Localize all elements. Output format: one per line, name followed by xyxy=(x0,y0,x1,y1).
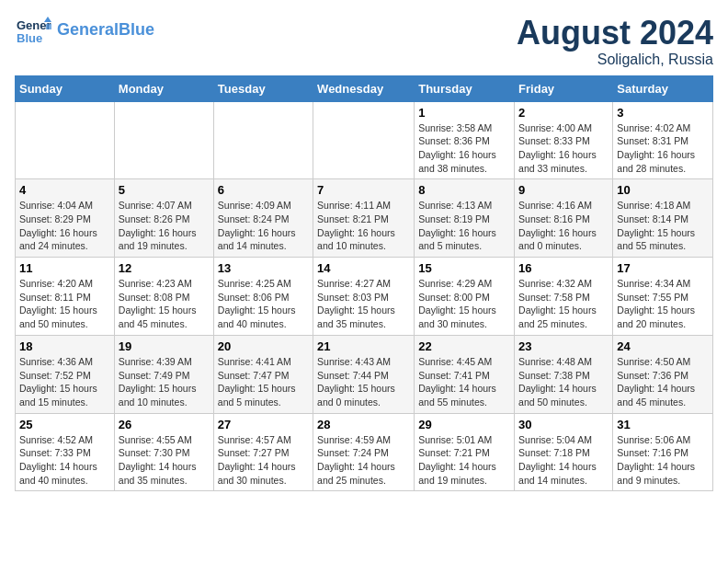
day-info: Sunrise: 4:18 AM Sunset: 8:14 PM Dayligh… xyxy=(617,199,709,253)
calendar-week-row: 11Sunrise: 4:20 AM Sunset: 8:11 PM Dayli… xyxy=(16,258,713,336)
calendar-cell: 23Sunrise: 4:48 AM Sunset: 7:38 PM Dayli… xyxy=(515,335,613,413)
page-header: General Blue GeneralBlue August 2024 Sol… xyxy=(15,15,713,68)
calendar-subtitle: Soligalich, Russia xyxy=(517,52,713,68)
day-number: 7 xyxy=(317,183,410,197)
day-info: Sunrise: 4:59 AM Sunset: 7:24 PM Dayligh… xyxy=(317,433,410,488)
day-number: 22 xyxy=(418,339,510,353)
calendar-cell: 15Sunrise: 4:29 AM Sunset: 8:00 PM Dayli… xyxy=(415,258,515,336)
day-number: 23 xyxy=(518,339,609,353)
logo: General Blue GeneralBlue xyxy=(15,15,154,46)
day-number: 16 xyxy=(518,261,609,275)
weekday-header-monday: Monday xyxy=(114,75,213,101)
day-number: 24 xyxy=(617,339,709,353)
calendar-cell: 8Sunrise: 4:13 AM Sunset: 8:19 PM Daylig… xyxy=(415,179,515,258)
calendar-cell: 1Sunrise: 3:58 AM Sunset: 8:36 PM Daylig… xyxy=(415,101,515,179)
day-number: 27 xyxy=(218,418,309,431)
calendar-week-row: 1Sunrise: 3:58 AM Sunset: 8:36 PM Daylig… xyxy=(16,101,713,179)
day-number: 5 xyxy=(119,183,210,197)
calendar-cell: 18Sunrise: 4:36 AM Sunset: 7:52 PM Dayli… xyxy=(16,335,115,413)
weekday-header-friday: Friday xyxy=(515,75,613,101)
day-info: Sunrise: 4:39 AM Sunset: 7:49 PM Dayligh… xyxy=(119,355,210,409)
calendar-cell: 13Sunrise: 4:25 AM Sunset: 8:06 PM Dayli… xyxy=(213,258,313,336)
day-number: 11 xyxy=(19,261,110,275)
day-number: 12 xyxy=(119,261,210,275)
calendar-table: SundayMondayTuesdayWednesdayThursdayFrid… xyxy=(15,75,713,492)
day-info: Sunrise: 4:11 AM Sunset: 8:21 PM Dayligh… xyxy=(317,199,410,253)
calendar-cell: 16Sunrise: 4:32 AM Sunset: 7:58 PM Dayli… xyxy=(515,258,613,336)
calendar-cell xyxy=(114,101,213,179)
calendar-cell: 26Sunrise: 4:55 AM Sunset: 7:30 PM Dayli… xyxy=(114,413,213,491)
day-info: Sunrise: 5:04 AM Sunset: 7:18 PM Dayligh… xyxy=(518,433,609,488)
weekday-header-thursday: Thursday xyxy=(415,75,515,101)
day-number: 6 xyxy=(218,183,309,197)
day-number: 17 xyxy=(617,261,709,275)
day-number: 18 xyxy=(19,339,110,353)
day-info: Sunrise: 4:45 AM Sunset: 7:41 PM Dayligh… xyxy=(418,355,510,409)
calendar-cell: 11Sunrise: 4:20 AM Sunset: 8:11 PM Dayli… xyxy=(16,258,115,336)
weekday-header-sunday: Sunday xyxy=(16,75,115,101)
day-number: 4 xyxy=(19,183,110,197)
day-number: 8 xyxy=(418,183,510,197)
day-info: Sunrise: 4:23 AM Sunset: 8:08 PM Dayligh… xyxy=(119,277,210,331)
day-info: Sunrise: 4:41 AM Sunset: 7:47 PM Dayligh… xyxy=(218,355,309,409)
day-info: Sunrise: 4:57 AM Sunset: 7:27 PM Dayligh… xyxy=(218,433,309,488)
day-number: 15 xyxy=(418,261,510,275)
day-number: 1 xyxy=(418,106,510,120)
day-info: Sunrise: 4:13 AM Sunset: 8:19 PM Dayligh… xyxy=(418,199,510,253)
day-info: Sunrise: 4:16 AM Sunset: 8:16 PM Dayligh… xyxy=(518,199,609,253)
day-number: 10 xyxy=(617,183,709,197)
day-info: Sunrise: 4:04 AM Sunset: 8:29 PM Dayligh… xyxy=(19,199,110,253)
title-block: August 2024 Soligalich, Russia xyxy=(517,15,713,68)
day-info: Sunrise: 4:07 AM Sunset: 8:26 PM Dayligh… xyxy=(119,199,210,253)
day-info: Sunrise: 4:55 AM Sunset: 7:30 PM Dayligh… xyxy=(119,433,210,488)
calendar-cell: 12Sunrise: 4:23 AM Sunset: 8:08 PM Dayli… xyxy=(114,258,213,336)
calendar-cell: 7Sunrise: 4:11 AM Sunset: 8:21 PM Daylig… xyxy=(313,179,415,258)
weekday-header-wednesday: Wednesday xyxy=(313,75,415,101)
day-info: Sunrise: 4:25 AM Sunset: 8:06 PM Dayligh… xyxy=(218,277,309,331)
day-number: 25 xyxy=(19,418,110,431)
calendar-cell: 14Sunrise: 4:27 AM Sunset: 8:03 PM Dayli… xyxy=(313,258,415,336)
calendar-week-row: 4Sunrise: 4:04 AM Sunset: 8:29 PM Daylig… xyxy=(16,179,713,258)
calendar-cell: 19Sunrise: 4:39 AM Sunset: 7:49 PM Dayli… xyxy=(114,335,213,413)
day-info: Sunrise: 4:34 AM Sunset: 7:55 PM Dayligh… xyxy=(617,277,709,331)
calendar-week-row: 18Sunrise: 4:36 AM Sunset: 7:52 PM Dayli… xyxy=(16,335,713,413)
calendar-cell: 27Sunrise: 4:57 AM Sunset: 7:27 PM Dayli… xyxy=(213,413,313,491)
weekday-header-tuesday: Tuesday xyxy=(213,75,313,101)
calendar-cell: 2Sunrise: 4:00 AM Sunset: 8:33 PM Daylig… xyxy=(515,101,613,179)
calendar-cell xyxy=(313,101,415,179)
day-info: Sunrise: 4:20 AM Sunset: 8:11 PM Dayligh… xyxy=(19,277,110,331)
day-number: 26 xyxy=(119,418,210,431)
day-info: Sunrise: 4:36 AM Sunset: 7:52 PM Dayligh… xyxy=(19,355,110,409)
calendar-cell: 28Sunrise: 4:59 AM Sunset: 7:24 PM Dayli… xyxy=(313,413,415,491)
day-info: Sunrise: 5:06 AM Sunset: 7:16 PM Dayligh… xyxy=(617,433,709,488)
day-number: 20 xyxy=(218,339,309,353)
calendar-cell: 5Sunrise: 4:07 AM Sunset: 8:26 PM Daylig… xyxy=(114,179,213,258)
calendar-cell: 17Sunrise: 4:34 AM Sunset: 7:55 PM Dayli… xyxy=(613,258,713,336)
calendar-cell: 25Sunrise: 4:52 AM Sunset: 7:33 PM Dayli… xyxy=(16,413,115,491)
day-number: 19 xyxy=(119,339,210,353)
day-number: 9 xyxy=(518,183,609,197)
calendar-cell: 22Sunrise: 4:45 AM Sunset: 7:41 PM Dayli… xyxy=(415,335,515,413)
day-info: Sunrise: 4:52 AM Sunset: 7:33 PM Dayligh… xyxy=(19,433,110,488)
logo-icon: General Blue xyxy=(15,15,51,46)
day-info: Sunrise: 4:43 AM Sunset: 7:44 PM Dayligh… xyxy=(317,355,410,409)
calendar-cell: 21Sunrise: 4:43 AM Sunset: 7:44 PM Dayli… xyxy=(313,335,415,413)
logo-text-line1: GeneralBlue xyxy=(57,20,154,40)
day-info: Sunrise: 5:01 AM Sunset: 7:21 PM Dayligh… xyxy=(418,433,510,488)
svg-text:Blue: Blue xyxy=(17,31,42,45)
day-number: 31 xyxy=(617,418,709,431)
svg-marker-3 xyxy=(46,24,51,29)
calendar-cell: 30Sunrise: 5:04 AM Sunset: 7:18 PM Dayli… xyxy=(515,413,613,491)
calendar-cell: 20Sunrise: 4:41 AM Sunset: 7:47 PM Dayli… xyxy=(213,335,313,413)
day-info: Sunrise: 3:58 AM Sunset: 8:36 PM Dayligh… xyxy=(418,121,510,176)
calendar-cell: 3Sunrise: 4:02 AM Sunset: 8:31 PM Daylig… xyxy=(613,101,713,179)
day-number: 21 xyxy=(317,339,410,353)
day-info: Sunrise: 4:29 AM Sunset: 8:00 PM Dayligh… xyxy=(418,277,510,331)
calendar-cell: 24Sunrise: 4:50 AM Sunset: 7:36 PM Dayli… xyxy=(613,335,713,413)
day-number: 28 xyxy=(317,418,410,431)
day-number: 14 xyxy=(317,261,410,275)
day-number: 30 xyxy=(518,418,609,431)
day-info: Sunrise: 4:50 AM Sunset: 7:36 PM Dayligh… xyxy=(617,355,709,409)
calendar-cell: 29Sunrise: 5:01 AM Sunset: 7:21 PM Dayli… xyxy=(415,413,515,491)
day-info: Sunrise: 4:09 AM Sunset: 8:24 PM Dayligh… xyxy=(218,199,309,253)
